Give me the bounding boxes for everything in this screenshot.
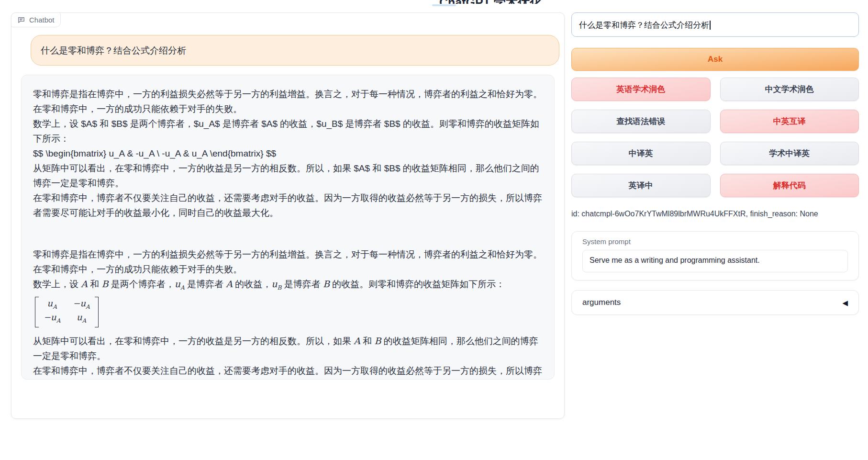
quick-button-english-polish[interactable]: 英语学术润色 — [571, 78, 711, 101]
title-underline — [432, 4, 456, 6]
system-prompt-label: System prompt — [582, 237, 848, 246]
quick-button-zh-to-en[interactable]: 中译英 — [571, 142, 711, 165]
quick-button-zh-en-mutual-translate[interactable]: 中英互译 — [720, 110, 859, 133]
bot-paragraph-rendered-3: 从矩阵中可以看出，在零和博弈中，一方的收益是另一方的相反数。所以，如果 A 和 … — [33, 334, 543, 363]
quick-button-chinese-polish[interactable]: 中文学术润色 — [720, 78, 859, 101]
text-caret — [710, 21, 711, 30]
user-message-text: 什么是零和博弈？结合公式介绍分析 — [41, 45, 186, 56]
chatbot-label-text: Chatbot — [29, 16, 55, 24]
status-line: id: chatcmpl-6wOo7KrYTwMl89lbrMWRu4UkFFX… — [571, 209, 859, 219]
bot-paragraph-raw-4: 在零和博弈中，博弈者不仅要关注自己的收益，还需要考虑对手的收益。因为一方取得的收… — [33, 191, 543, 220]
user-message-bubble: 什么是零和博弈？结合公式介绍分析 — [31, 35, 559, 66]
quick-actions: 英语学术润色 中文学术润色 查找语法错误 中英互译 中译英 学术中译英 英译中 … — [571, 78, 859, 197]
matrix-bracket-left — [35, 297, 39, 327]
quick-button-academic-zh-to-en[interactable]: 学术中译英 — [720, 142, 859, 165]
bot-paragraph-rendered-1: 零和博弈是指在博弈中，一方的利益损失必然等于另一方的利益增益。换言之，对于每一种… — [33, 247, 543, 277]
chatbot-panel: Chatbot 什么是零和博弈？结合公式介绍分析 零和博弈是指在博弈中，一方的利… — [11, 12, 565, 419]
bot-paragraph-raw-2: 数学上，设 $A$ 和 $B$ 是两个博弈者，$u_A$ 是博弈者 $A$ 的收… — [33, 116, 543, 146]
accordion-collapse-icon[interactable]: ◀ — [842, 299, 848, 306]
payoff-matrix: uA−uA−uAuA — [35, 297, 543, 332]
bot-paragraph-raw-3: 从矩阵中可以看出，在零和博弈中，一方的收益是另一方的相反数。所以，如果 $A$ … — [33, 161, 543, 191]
bot-paragraph-rendered-4: 在零和博弈中，博弈者不仅要关注自己的收益，还需要考虑对手的收益。因为一方取得的收… — [33, 363, 543, 380]
control-column: 什么是零和博弈？结合公式介绍分析 Ask 英语学术润色 中文学术润色 查找语法错… — [571, 12, 859, 315]
chat-bubble-icon — [17, 16, 25, 24]
quick-button-explain-code[interactable]: 解释代码 — [720, 174, 859, 197]
system-prompt-panel: System prompt Serve me as a writing and … — [571, 231, 859, 280]
arguments-accordion-label: arguments — [582, 298, 621, 307]
question-input[interactable]: 什么是零和博弈？结合公式介绍分析 — [571, 12, 859, 37]
system-prompt-input[interactable]: Serve me as a writing and programming as… — [582, 250, 848, 272]
quick-button-en-to-zh[interactable]: 英译中 — [571, 174, 711, 197]
matrix-bracket-right — [95, 297, 99, 327]
ask-button[interactable]: Ask — [571, 48, 859, 71]
arguments-accordion[interactable]: arguments ◀ — [571, 290, 859, 315]
bot-paragraph-raw-1: 零和博弈是指在博弈中，一方的利益损失必然等于另一方的利益增益。换言之，对于每一种… — [33, 87, 543, 116]
app-root: ChatGPT 学术优化 Chatbot 什么是零和博弈？结合公式介绍分析 零和… — [0, 0, 868, 460]
quick-button-find-grammar-errors[interactable]: 查找语法错误 — [571, 110, 711, 133]
question-input-value: 什么是零和博弈？结合公式介绍分析 — [579, 21, 709, 30]
page-title: ChatGPT 学术优化 — [423, 0, 557, 4]
bot-message-bubble: 零和博弈是指在博弈中，一方的利益损失必然等于另一方的利益增益。换言之，对于每一种… — [21, 75, 555, 380]
bot-paragraph-raw-latex: $$ \begin{bmatrix} u_A & -u_A \ -u_A & u… — [33, 146, 543, 161]
bot-paragraph-rendered-2: 数学上，设 A 和 B 是两个博弈者，uA 是博弈者 A 的收益，uB 是博弈者… — [33, 277, 543, 295]
chatbot-label: Chatbot — [11, 12, 61, 27]
